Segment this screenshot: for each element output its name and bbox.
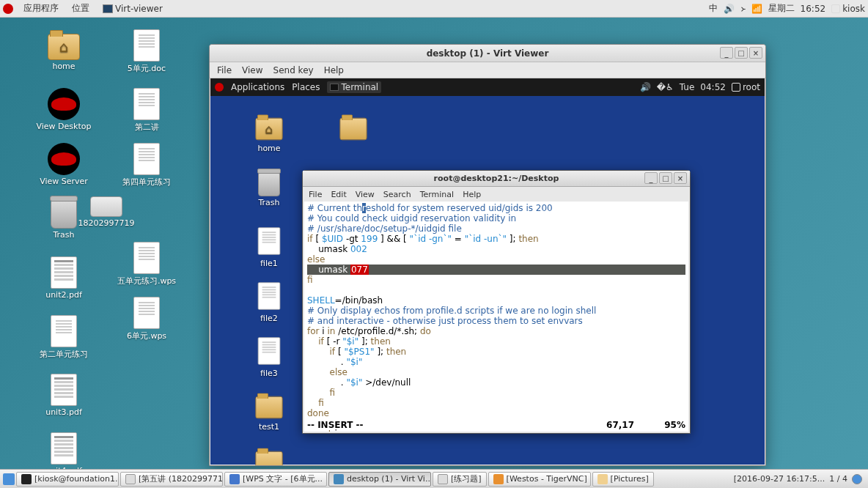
app-icon <box>334 474 344 484</box>
power-icon <box>831 4 840 13</box>
guest-desktop: Applications Places Terminal 🔊 �♿ Tue 04… <box>210 78 765 465</box>
term-menu-file[interactable]: File <box>309 190 322 199</box>
terminal-body[interactable]: # Current threshold for system reserved … <box>304 202 688 432</box>
redhat-icon <box>3 4 13 14</box>
app-icon <box>493 474 504 484</box>
minimize-button[interactable]: _ <box>644 172 658 184</box>
desktop-icon-第二讲[interactable]: 第二讲 <box>114 88 180 133</box>
app-icon <box>21 474 32 484</box>
maximize-button[interactable]: □ <box>735 47 748 59</box>
app-icon <box>438 474 448 484</box>
minimize-button[interactable]: _ <box>720 47 733 59</box>
guest-desktop-icon-file2[interactable]: file2 <box>240 280 298 323</box>
taskbar-item[interactable]: [练习题] <box>433 472 487 487</box>
guest-desktop-icon-test1[interactable]: test1 <box>240 390 298 432</box>
show-desktop-icon[interactable] <box>3 473 15 485</box>
panel-day: 星期二 <box>768 2 795 15</box>
terminal-icon <box>330 84 339 91</box>
window-list-item[interactable]: Virt-viewer <box>100 4 166 14</box>
guest-taskbar-terminal[interactable]: Terminal <box>327 81 381 93</box>
app-icon <box>125 474 136 484</box>
guest-desktop-icon-file3[interactable]: file3 <box>240 335 298 378</box>
vv-menu-help[interactable]: Help <box>324 65 344 75</box>
power-icon <box>732 83 740 92</box>
window-title: desktop (1) - Virt Viewer <box>427 48 549 59</box>
accessibility-icon[interactable]: �♿ <box>657 82 674 92</box>
bluetooth-icon[interactable]: ᚛ <box>740 4 745 14</box>
virt-viewer-window: desktop (1) - Virt Viewer _ □ × File Vie… <box>209 44 766 466</box>
volume-icon[interactable]: 🔊 <box>640 82 651 92</box>
guest-panel-day: Tue <box>680 82 695 92</box>
ime-indicator[interactable]: 中 <box>709 2 718 15</box>
guest-desktop-icon-file1[interactable]: file1 <box>240 225 298 268</box>
term-menu-search[interactable]: Search <box>383 190 411 199</box>
desktop-icon-18202997719[interactable]: 18202997719 <box>73 189 139 228</box>
network-icon[interactable]: 📶 <box>751 4 762 14</box>
terminal-title: root@desktop21:~/Desktop <box>434 174 559 183</box>
vv-menu-file[interactable]: File <box>217 65 232 75</box>
desktop-icon-home[interactable]: home <box>31 29 97 71</box>
user-menu[interactable]: kiosk <box>831 4 865 14</box>
guest-desktop-icon-home[interactable]: home <box>240 111 298 153</box>
vv-menu-sendkey[interactable]: Send key <box>273 65 314 75</box>
taskbar-item[interactable]: desktop (1) - Virt Vi... <box>328 472 431 487</box>
taskbar-item[interactable]: [Westos - TigerVNC] <box>488 472 591 487</box>
term-menu-view[interactable]: View <box>356 190 375 199</box>
terminal-titlebar[interactable]: root@desktop21:~/Desktop _ □ × <box>303 171 690 187</box>
host-bottom-taskbar: [kiosk@foundation1...[第五讲 (1820299771...… <box>0 469 868 488</box>
desktop-icon-View Server[interactable]: View Server <box>31 143 97 186</box>
guest-desktop-icon-item[interactable] <box>324 111 383 144</box>
window-titlebar[interactable]: desktop (1) - Virt Viewer _ □ × <box>210 45 765 62</box>
taskbar-item[interactable]: [WPS 文字 - [6单元... <box>224 472 327 487</box>
terminal-menubar: File Edit View Search Terminal Help <box>303 187 690 202</box>
workspace-pager[interactable] <box>852 474 862 484</box>
guest-desktop-icon-test2[interactable]: test2 <box>240 445 298 466</box>
desktop-icon-unit2.pdf[interactable]: unit2.pdf <box>31 256 97 300</box>
desktop-icon-View Desktop[interactable]: View Desktop <box>31 88 97 131</box>
panel-time: 16:52 <box>801 4 826 14</box>
taskbar-item[interactable]: [第五讲 (1820299771... <box>120 472 223 487</box>
terminal-window: root@desktop21:~/Desktop _ □ × File Edit… <box>302 170 691 434</box>
desktop-icon-6单元.wps[interactable]: 6单元.wps <box>114 297 180 341</box>
guest-panel-time: 04:52 <box>700 82 726 92</box>
desktop-icon-第二单元练习[interactable]: 第二单元练习 <box>31 315 97 360</box>
workspace-indicator[interactable]: 1 / 4 <box>829 474 847 484</box>
desktop-icon-unit3.pdf[interactable]: unit3.pdf <box>31 374 97 417</box>
vv-menu-view[interactable]: View <box>242 65 262 75</box>
guest-top-panel: Applications Places Terminal 🔊 �♿ Tue 04… <box>210 78 765 96</box>
app-icon <box>597 474 608 484</box>
term-menu-edit[interactable]: Edit <box>331 190 346 199</box>
close-button[interactable]: × <box>674 172 687 184</box>
virt-viewer-icon <box>103 4 113 13</box>
close-button[interactable]: × <box>749 47 762 59</box>
maximize-button[interactable]: □ <box>659 172 672 184</box>
desktop-icon-5单元.doc[interactable]: 5单元.doc <box>114 29 180 74</box>
menu-applications[interactable]: 应用程序 <box>21 2 62 15</box>
taskbar-item[interactable]: [kiosk@foundation1... <box>16 472 119 487</box>
vim-status-line: -- INSERT --67,1795% <box>307 420 685 430</box>
app-icon <box>229 474 240 484</box>
desktop-icon-五单元练习.wps[interactable]: 五单元练习.wps <box>114 242 180 286</box>
virt-viewer-menubar: File View Send key Help <box>210 62 765 78</box>
guest-menu-places[interactable]: Places <box>292 82 320 92</box>
volume-icon[interactable]: 🔊 <box>724 4 735 14</box>
redhat-icon <box>215 83 224 92</box>
desktop-icon-第四单元练习[interactable]: 第四单元练习 <box>114 143 180 188</box>
guest-user-menu[interactable]: root <box>732 82 760 92</box>
guest-menu-applications[interactable]: Applications <box>231 82 284 92</box>
term-menu-terminal[interactable]: Terminal <box>420 190 455 199</box>
menu-places[interactable]: 位置 <box>69 2 92 15</box>
host-top-panel: 应用程序 位置 Virt-viewer 中 🔊 ᚛ 📶 星期二 16:52 ki… <box>0 0 868 18</box>
term-menu-help[interactable]: Help <box>463 190 481 199</box>
guest-desktop-icon-Trash[interactable]: Trash <box>240 170 298 207</box>
taskbar-date: [2016-09-27 16:17:5... <box>734 474 825 484</box>
taskbar-item[interactable]: [Pictures] <box>592 472 654 487</box>
